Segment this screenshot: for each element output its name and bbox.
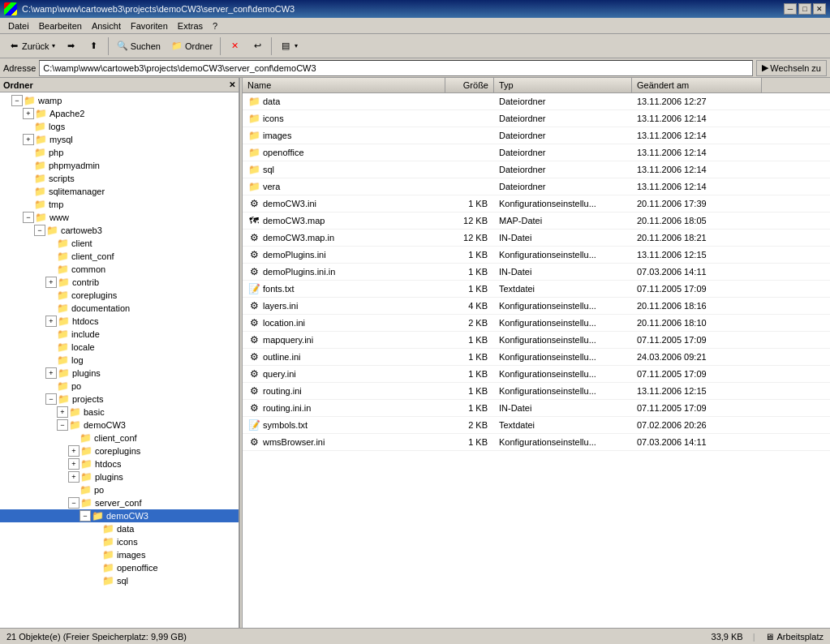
tree-item-log[interactable]: 📁log xyxy=(0,354,239,367)
menu-item-bearbeiten[interactable]: Bearbeiten xyxy=(34,19,87,32)
col-header-size[interactable]: Größe xyxy=(445,78,494,92)
file-row[interactable]: 📝 symbols.txt 2 KB Textdatei 07.02.2006 … xyxy=(243,417,830,434)
tree-item-mysql[interactable]: +📁mysql xyxy=(0,133,239,146)
tree-item-client_conf[interactable]: 📁client_conf xyxy=(0,250,239,263)
tree-item-logs[interactable]: 📁logs xyxy=(0,120,239,133)
tree-item-data[interactable]: 📁data xyxy=(0,522,239,535)
expand-btn-demoCW3sel[interactable]: − xyxy=(80,510,91,522)
panel-close-button[interactable]: ✕ xyxy=(229,80,235,89)
folder-button[interactable]: 📁 Ordner xyxy=(166,36,217,56)
file-row[interactable]: ⚙ routing.ini.in 1 KB IN-Datei 07.11.200… xyxy=(243,400,830,417)
tree-item-po[interactable]: 📁po xyxy=(0,380,239,393)
back-button[interactable]: ⬅ Zurück ▾ xyxy=(3,36,59,56)
tree-item-cartoweb3[interactable]: −📁cartoweb3 xyxy=(0,224,239,237)
tree-item-coreplugins[interactable]: 📁coreplugins xyxy=(0,289,239,302)
file-row[interactable]: 📁 data Dateiordner 13.11.2006 12:27 xyxy=(243,93,830,110)
tree-item-contrib[interactable]: +📁contrib xyxy=(0,276,239,289)
file-row[interactable]: 📁 openoffice Dateiordner 13.11.2006 12:1… xyxy=(243,144,830,161)
tree-item-wamp[interactable]: −📁wamp xyxy=(0,94,239,107)
expand-btn-server_conf[interactable]: − xyxy=(68,497,80,509)
tree-item-sqlitemanager[interactable]: 📁sqlitemanager xyxy=(0,185,239,198)
undo-button[interactable]: ↩ xyxy=(247,36,268,56)
file-row[interactable]: ⚙ demoPlugins.ini.in 1 KB IN-Datei 07.03… xyxy=(243,264,830,281)
expand-btn-plugins2[interactable]: + xyxy=(68,471,80,483)
tree-item-coreplugins2[interactable]: +📁coreplugins xyxy=(0,444,239,457)
expand-btn-projects[interactable]: − xyxy=(45,393,57,405)
tree-item-include[interactable]: 📁include xyxy=(0,328,239,341)
tree-item-po2[interactable]: 📁po xyxy=(0,483,239,496)
file-row[interactable]: 🗺 demoCW3.map 12 KB MAP-Datei 20.11.2006… xyxy=(243,213,830,230)
file-row[interactable]: ⚙ layers.ini 4 KB Konfigurationseinstell… xyxy=(243,298,830,315)
expand-btn-cartoweb3[interactable]: − xyxy=(34,225,45,236)
tree-item-plugins[interactable]: +📁plugins xyxy=(0,367,239,380)
expand-btn-htdocs2[interactable]: + xyxy=(68,458,80,470)
menu-item-datei[interactable]: Datei xyxy=(3,19,34,32)
view-button[interactable]: ▤ ▾ xyxy=(275,36,302,56)
up-button[interactable]: ⬆ xyxy=(84,36,105,56)
tree-item-tmp[interactable]: 📁tmp xyxy=(0,198,239,211)
expand-btn-demoCW3[interactable]: − xyxy=(57,419,68,431)
tree-item-htdocs[interactable]: +📁htdocs xyxy=(0,315,239,328)
menu-item-ansicht[interactable]: Ansicht xyxy=(87,19,126,32)
expand-btn-basic[interactable]: + xyxy=(57,406,68,418)
tree-item-demoCW3[interactable]: −📁demoCW3 xyxy=(0,419,239,431)
file-row[interactable]: 📝 fonts.txt 1 KB Textdatei 07.11.2005 17… xyxy=(243,281,830,298)
address-input[interactable] xyxy=(39,60,753,76)
tree-item-locale[interactable]: 📁locale xyxy=(0,341,239,354)
file-row[interactable]: ⚙ routing.ini 1 KB Konfigurationseinstel… xyxy=(243,383,830,400)
tree-item-basic[interactable]: +📁basic xyxy=(0,406,239,419)
file-row[interactable]: ⚙ demoCW3.ini 1 KB Konfigurationseinstel… xyxy=(243,195,830,213)
menu-item-extras[interactable]: Extras xyxy=(173,19,208,32)
tree-item-plugins2[interactable]: +📁plugins xyxy=(0,470,239,483)
go-button[interactable]: ▶ Wechseln zu xyxy=(756,60,827,76)
file-row[interactable]: 📁 vera Dateiordner 13.11.2006 12:14 xyxy=(243,178,830,195)
col-header-type[interactable]: Typ xyxy=(494,78,632,92)
tree-item-server_conf[interactable]: −📁server_conf xyxy=(0,496,239,509)
tree-item-images2[interactable]: 📁images xyxy=(0,548,239,561)
tree-item-client_conf2[interactable]: 📁client_conf xyxy=(0,431,239,444)
tree-item-htdocs2[interactable]: +📁htdocs xyxy=(0,457,239,470)
expand-btn-plugins[interactable]: + xyxy=(45,367,57,379)
expand-btn-apache[interactable]: + xyxy=(23,108,34,119)
maximize-button[interactable]: □ xyxy=(798,3,811,15)
tree-item-icons2[interactable]: 📁icons xyxy=(0,535,239,548)
tree-item-php[interactable]: 📁php xyxy=(0,146,239,159)
expand-btn-contrib[interactable]: + xyxy=(45,277,57,288)
expand-btn-www[interactable]: − xyxy=(23,212,34,223)
expand-btn-mysql[interactable]: + xyxy=(23,134,34,145)
tree-item-phpmyadmin[interactable]: 📁phpmyadmin xyxy=(0,159,239,172)
delete-button[interactable]: ✕ xyxy=(224,36,245,56)
tree-item-openoffice2[interactable]: 📁openoffice xyxy=(0,561,239,574)
minimize-button[interactable]: ─ xyxy=(784,3,797,15)
col-header-date[interactable]: Geändert am xyxy=(632,78,762,92)
close-button[interactable]: ✕ xyxy=(813,3,826,15)
file-row[interactable]: ⚙ outline.ini 1 KB Konfigurationseinstel… xyxy=(243,349,830,366)
file-row[interactable]: 📁 sql Dateiordner 13.11.2006 12:14 xyxy=(243,161,830,178)
expand-btn-wamp[interactable]: − xyxy=(11,95,23,106)
menu-item-favoriten[interactable]: Favoriten xyxy=(126,19,173,32)
col-header-name[interactable]: Name xyxy=(243,78,445,92)
file-row[interactable]: ⚙ query.ini 1 KB Konfigurationseinstellu… xyxy=(243,366,830,383)
tree-item-documentation[interactable]: 📁documentation xyxy=(0,302,239,315)
menu-item-?[interactable]: ? xyxy=(208,19,222,32)
file-row[interactable]: 📁 icons Dateiordner 13.11.2006 12:14 xyxy=(243,110,830,127)
tree-item-scripts[interactable]: 📁scripts xyxy=(0,172,239,185)
file-row[interactable]: ⚙ wmsBrowser.ini 1 KB Konfigurationseins… xyxy=(243,434,830,451)
file-row[interactable]: ⚙ mapquery.ini 1 KB Konfigurationseinste… xyxy=(243,332,830,349)
search-button[interactable]: 🔍 Suchen xyxy=(112,36,165,56)
file-row[interactable]: ⚙ location.ini 2 KB Konfigurationseinste… xyxy=(243,315,830,332)
tree-item-common[interactable]: 📁common xyxy=(0,263,239,276)
tree-item-projects[interactable]: −📁projects xyxy=(0,393,239,406)
tree-item-www[interactable]: −📁www xyxy=(0,211,239,224)
file-row[interactable]: ⚙ demoPlugins.ini 1 KB Konfigurationsein… xyxy=(243,247,830,264)
tree-item-demoCW3sel[interactable]: −📁demoCW3 xyxy=(0,509,239,522)
tree-item-apache[interactable]: +📁Apache2 xyxy=(0,107,239,120)
forward-button[interactable]: ➡ xyxy=(61,36,82,56)
file-row[interactable]: 📁 images Dateiordner 13.11.2006 12:14 xyxy=(243,127,830,144)
tree-item-client[interactable]: 📁client xyxy=(0,237,239,250)
file-row[interactable]: ⚙ demoCW3.map.in 12 KB IN-Datei 20.11.20… xyxy=(243,230,830,247)
expand-btn-htdocs[interactable]: + xyxy=(45,316,57,327)
tree-item-sql2[interactable]: 📁sql xyxy=(0,574,239,587)
file-type-9: Konfigurationseinstellu... xyxy=(494,249,632,260)
expand-btn-coreplugins2[interactable]: + xyxy=(68,445,80,457)
